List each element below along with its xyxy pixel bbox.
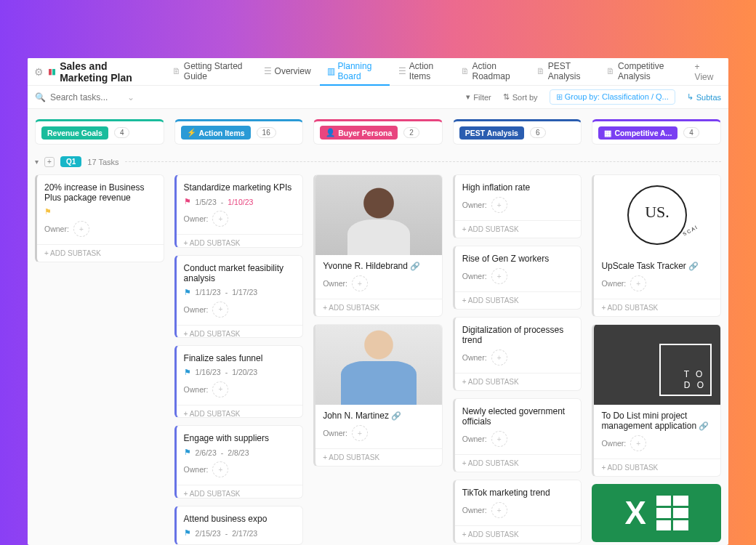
assign-owner-icon[interactable]: + <box>212 302 228 318</box>
task-card[interactable]: John N. Martinez 🔗 Owner:+ + ADD SUBTASK <box>313 324 443 467</box>
task-card[interactable]: TikTok marketing trend Owner:+ + ADD SUB… <box>453 480 582 544</box>
board-icon: ▥ <box>327 66 335 76</box>
task-card[interactable]: Yvonne R. Hildebrand 🔗 Owner:+ + ADD SUB… <box>313 174 443 317</box>
task-card[interactable]: Finalize sales funnel ⚑1/16/23 - 1/20/23… <box>174 345 304 419</box>
task-title: Yvonne R. Hildebrand <box>323 261 408 271</box>
date-end: 1/17/23 <box>232 288 257 296</box>
column-header-competitive[interactable]: ▦Competitive A... 4 <box>592 119 721 145</box>
search-input[interactable] <box>50 92 123 102</box>
owner-label: Owner: <box>323 429 347 437</box>
assign-owner-icon[interactable]: + <box>491 431 507 447</box>
assign-owner-icon[interactable]: + <box>212 211 228 227</box>
column-pill: Action Items <box>199 129 245 137</box>
person-icon: 👤 <box>326 128 335 137</box>
column-header-buyer-persona[interactable]: 👤Buyer Persona 2 <box>313 119 443 145</box>
tab-action-roadmap[interactable]: 🗎 Action Roadmap <box>454 58 528 86</box>
doc-icon: 🗎 <box>172 66 181 76</box>
column-header-revenue-goals[interactable]: Revenue Goals 4 <box>35 119 164 145</box>
date-end: 1/20/23 <box>232 368 257 376</box>
column-header-action-items[interactable]: ⚡Action Items 16 <box>174 119 304 145</box>
add-view-button[interactable]: + View <box>688 62 723 82</box>
add-subtask-button[interactable]: + ADD SUBTASK <box>177 234 303 248</box>
assign-owner-icon[interactable]: + <box>352 425 368 441</box>
owner-label: Owner: <box>44 225 69 233</box>
column-pill: PEST Analysis <box>459 126 524 140</box>
task-card[interactable]: 20% increase in Business Plus package re… <box>35 174 164 262</box>
assign-owner-icon[interactable]: + <box>212 382 228 397</box>
add-subtask-button[interactable]: + ADD SUBTASK <box>455 454 582 472</box>
assign-owner-icon[interactable]: + <box>212 461 228 477</box>
sort-button[interactable]: ⇅ Sort by <box>503 92 538 102</box>
tab-pest-analysis[interactable]: 🗎 PEST Analysis <box>529 58 598 86</box>
svg-text:US.: US. <box>645 203 669 221</box>
add-subtask-button[interactable]: + ADD SUBTASK <box>455 291 582 309</box>
assign-owner-icon[interactable]: + <box>491 350 507 366</box>
page-title: Sales and Marketing Plan <box>60 60 156 84</box>
task-card[interactable]: Conduct market feasibility analysis ⚑1/1… <box>174 255 304 338</box>
task-card[interactable]: US. S C A L E UpScale Task Tracker 🔗 Own… <box>592 174 721 317</box>
assign-owner-icon[interactable]: + <box>630 275 646 291</box>
task-card[interactable]: T OD O To Do List mini project managemen… <box>592 324 721 477</box>
task-title: Finalize sales funnel <box>184 353 296 363</box>
flag-icon: ⚑ <box>44 207 52 217</box>
tab-label: Overview <box>275 66 311 76</box>
assign-owner-icon[interactable]: + <box>491 268 507 284</box>
link-icon[interactable]: 🔗 <box>699 421 709 430</box>
task-card[interactable]: Engage with suppliers ⚑2/6/23 - 2/8/23 O… <box>174 425 304 498</box>
view-mode-icons[interactable]: ▮▮ <box>48 67 55 76</box>
add-subtask-button[interactable]: + ADD SUBTASK <box>594 299 720 316</box>
flag-icon: ⚑ <box>184 528 191 538</box>
owner-label: Owner: <box>184 214 209 223</box>
task-card[interactable]: Digitalization of processes trend Owner:… <box>453 317 582 391</box>
tab-action-items[interactable]: ☰ Action Items <box>391 58 452 86</box>
assign-owner-icon[interactable]: + <box>73 221 89 237</box>
filter-button[interactable]: ▾ Filter <box>466 92 491 102</box>
subtasks-button[interactable]: ↳ Subtas <box>687 92 721 102</box>
add-subtask-button[interactable]: + ADD SUBTASK <box>37 244 164 262</box>
add-subtask-button[interactable]: + ADD SUBTASK <box>177 325 303 338</box>
task-card[interactable]: X <box>592 484 721 542</box>
column-pill: Buyer Persona <box>338 129 392 137</box>
tab-overview[interactable]: ☰ Overview <box>257 58 318 86</box>
tab-competitive-analysis[interactable]: 🗎 Competitive Analysis <box>599 58 686 86</box>
search-box[interactable]: 🔍 ⌄ <box>35 92 144 102</box>
column-header-pest-analysis[interactable]: PEST Analysis 6 <box>453 119 582 145</box>
task-card[interactable]: Attend business expo ⚑2/15/23 - 2/17/23 <box>174 506 304 545</box>
column-revenue-goals: 20% increase in Business Plus package re… <box>35 174 164 545</box>
link-icon[interactable]: 🔗 <box>391 411 401 420</box>
task-card[interactable]: High inflation rate Owner:+ + ADD SUBTAS… <box>453 174 582 238</box>
add-icon[interactable]: + <box>44 157 55 167</box>
add-subtask-button[interactable]: + ADD SUBTASK <box>455 220 582 238</box>
tab-label: Action Items <box>409 61 445 81</box>
task-card[interactable]: Rise of Gen Z workers Owner:+ + ADD SUBT… <box>453 246 582 310</box>
task-card[interactable]: Newly elected government officials Owner… <box>453 398 582 472</box>
add-subtask-button[interactable]: + ADD SUBTASK <box>455 373 582 390</box>
add-subtask-button[interactable]: + ADD SUBTASK <box>315 448 442 466</box>
list-icon: ☰ <box>264 66 272 76</box>
assign-owner-icon[interactable]: + <box>630 435 646 451</box>
tab-planning-board[interactable]: ▥ Planning Board <box>320 58 390 86</box>
add-subtask-button[interactable]: + ADD SUBTASK <box>455 525 582 543</box>
settings-icon[interactable]: ⚙ <box>33 65 44 78</box>
group-by-button[interactable]: ⊞ Group by: Classification / Q... <box>550 89 675 105</box>
add-subtask-button[interactable]: + ADD SUBTASK <box>315 299 442 316</box>
task-card[interactable]: Standardize marketing KPIs ⚑1/5/23 - 1/1… <box>174 174 304 248</box>
owner-label: Owner: <box>462 506 487 514</box>
assign-owner-icon[interactable]: + <box>491 197 507 213</box>
add-subtask-button[interactable]: + ADD SUBTASK <box>594 459 720 476</box>
link-icon[interactable]: 🔗 <box>688 262 699 270</box>
date-start: 1/11/23 <box>196 288 221 296</box>
chevron-down-icon[interactable]: ⌄ <box>127 92 134 102</box>
grid-icon: ▦ <box>604 129 611 137</box>
date-start: 2/15/23 <box>196 529 221 538</box>
add-subtask-button[interactable]: + ADD SUBTASK <box>177 405 303 419</box>
sort-label: Sort by <box>512 93 538 102</box>
collapse-icon[interactable]: ▾ <box>35 158 39 166</box>
group-row[interactable]: ▾ + Q1 17 Tasks <box>35 156 721 167</box>
assign-owner-icon[interactable]: + <box>352 275 368 291</box>
assign-owner-icon[interactable]: + <box>491 502 507 518</box>
tab-getting-started[interactable]: 🗎 Getting Started Guide <box>165 58 255 86</box>
add-subtask-button[interactable]: + ADD SUBTASK <box>177 485 303 498</box>
roadmap-icon: 🗎 <box>461 66 470 76</box>
link-icon[interactable]: 🔗 <box>410 262 420 270</box>
